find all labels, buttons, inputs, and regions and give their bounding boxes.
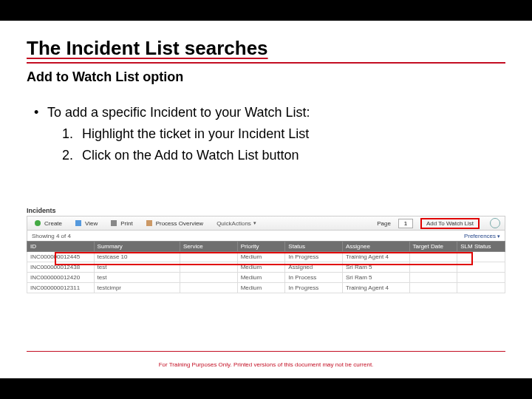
footer-text: For Training Purposes Only. Printed vers… <box>0 361 532 368</box>
create-label: Create <box>44 220 62 227</box>
view-button[interactable]: View <box>72 219 100 228</box>
showing-count: Showing 4 of 4 <box>32 233 71 239</box>
col-target[interactable]: Target Date <box>409 242 457 252</box>
cell-id: INC000000012311 <box>27 283 95 293</box>
cell-target <box>409 252 457 262</box>
cell-service <box>180 262 238 273</box>
cell-status: In Process <box>285 273 343 283</box>
step-2: 2. Click on the Add to Watch List button <box>34 145 488 166</box>
quick-actions-label: QuickActions <box>216 220 251 227</box>
people-icon <box>146 220 152 226</box>
page-input[interactable] <box>398 219 413 228</box>
step-1-number: 1. <box>62 123 78 145</box>
cell-summary: test <box>94 273 180 283</box>
col-priority[interactable]: Priority <box>237 242 285 252</box>
cell-summary: testcase 10 <box>94 252 180 262</box>
cell-slm <box>457 273 505 283</box>
info-bar: Showing 4 of 4 Preferences <box>27 231 505 241</box>
preferences-label: Preferences <box>464 233 496 239</box>
cell-target <box>409 262 457 273</box>
refresh-icon[interactable] <box>490 218 500 228</box>
print-icon <box>111 220 117 226</box>
table-row[interactable]: INC000000012311 testcimpr Medium In Prog… <box>27 283 505 293</box>
toolbar: Create View Print Process Overview Quick… <box>27 216 505 231</box>
table-header-row: ID Summary Service Priority Status Assig… <box>27 242 505 252</box>
cell-priority: Medium <box>237 252 285 262</box>
eye-icon <box>75 220 81 226</box>
cell-summary: test <box>94 262 180 273</box>
add-to-watch-list-button[interactable]: Add To Watch List <box>420 218 480 229</box>
col-assignee[interactable]: Assignee <box>342 242 409 252</box>
cell-status: In Progress <box>285 252 343 262</box>
page-subtitle: Add to Watch List option <box>27 69 183 85</box>
cell-slm <box>457 252 505 262</box>
title-rule <box>27 62 505 64</box>
cell-status: Assigned <box>285 262 343 273</box>
cell-assignee: Sri Ram 5 <box>342 273 409 283</box>
preferences-dropdown[interactable]: Preferences <box>464 233 500 239</box>
cell-assignee: Training Agent 4 <box>342 252 409 262</box>
cell-assignee: Training Agent 4 <box>342 283 409 293</box>
body-text: To add a specific Incident to your Watch… <box>34 102 488 166</box>
step-1: 1. Highlight the ticket in your Incident… <box>34 123 488 145</box>
section-label: Incidents <box>27 207 505 214</box>
incident-list-screenshot: Incidents Create View Print Process Over… <box>27 207 505 303</box>
col-service[interactable]: Service <box>180 242 238 252</box>
grid-wrap: ID Summary Service Priority Status Assig… <box>27 241 505 293</box>
cell-priority: Medium <box>237 262 285 273</box>
col-status[interactable]: Status <box>285 242 343 252</box>
cell-service <box>180 252 238 262</box>
cell-service <box>180 283 238 293</box>
table-row[interactable]: INC000000012445 testcase 10 Medium In Pr… <box>27 252 505 262</box>
footer-rule <box>27 351 505 352</box>
cell-target <box>409 273 457 283</box>
page-label: Page <box>377 220 391 227</box>
cell-assignee: Sri Ram 5 <box>342 262 409 273</box>
cell-status: In Progress <box>285 283 343 293</box>
bullet-intro: To add a specific Incident to your Watch… <box>34 102 488 123</box>
plus-icon <box>35 220 41 226</box>
step-2-number: 2. <box>62 145 78 166</box>
process-label: Process Overview <box>156 220 203 227</box>
table-row[interactable]: INC000000012438 test Medium Assigned Sri… <box>27 262 505 273</box>
step-1-text: Highlight the ticket in your Incident Li… <box>82 126 309 141</box>
view-label: View <box>85 220 98 227</box>
col-summary[interactable]: Summary <box>94 242 180 252</box>
cell-target <box>409 283 457 293</box>
col-slm[interactable]: SLM Status <box>457 242 505 252</box>
cell-id: INC000000012445 <box>27 252 95 262</box>
cell-summary: testcimpr <box>94 283 180 293</box>
quick-actions-dropdown[interactable]: QuickActions <box>214 219 259 228</box>
process-overview-button[interactable]: Process Overview <box>143 219 206 228</box>
col-id[interactable]: ID <box>27 242 95 252</box>
create-button[interactable]: Create <box>32 219 65 228</box>
cell-priority: Medium <box>237 273 285 283</box>
incident-table: ID Summary Service Priority Status Assig… <box>27 241 505 293</box>
cell-id: INC000000012420 <box>27 273 95 283</box>
print-label: Print <box>120 220 132 227</box>
table-row[interactable]: INC000000012420 test Medium In Process S… <box>27 273 505 283</box>
cell-slm <box>457 283 505 293</box>
print-button[interactable]: Print <box>108 219 135 228</box>
slide: The Incident List searches Add to Watch … <box>0 21 532 378</box>
page-title: The Incident List searches <box>27 37 268 60</box>
cell-slm <box>457 262 505 273</box>
cell-id: INC000000012438 <box>27 262 95 273</box>
cell-priority: Medium <box>237 283 285 293</box>
step-2-text: Click on the Add to Watch List button <box>82 148 299 163</box>
cell-service <box>180 273 238 283</box>
